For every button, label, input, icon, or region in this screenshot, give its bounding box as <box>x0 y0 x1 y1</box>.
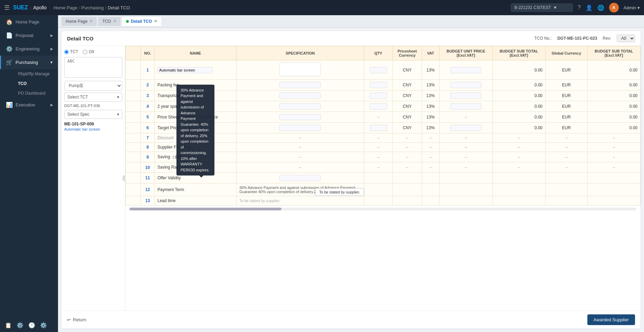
tab-detail-tco[interactable]: Detail TCO ✕ <box>122 17 161 26</box>
return-button[interactable]: ↩ Return <box>67 317 86 322</box>
qty-3[interactable] <box>370 93 387 99</box>
sidebar-footer: 📋 ⚙️ 🕐 ⚙️ <box>0 319 58 332</box>
qty-2[interactable] <box>370 82 387 88</box>
tab-tco-label: TCO <box>102 19 111 24</box>
sidebar-item-home[interactable]: 🏠 Home Page <box>0 15 58 29</box>
sidebar-footer-icon4[interactable]: ⚙️ <box>40 322 47 329</box>
notification-icon[interactable]: 👤 <box>586 4 593 11</box>
sidebar-subitem-tco[interactable]: TCO <box>15 79 58 88</box>
row-currency: CNY <box>393 101 422 112</box>
tab-tco[interactable]: TCO ✕ <box>98 17 120 26</box>
row-spec[interactable] <box>236 173 364 183</box>
row-unit-price[interactable] <box>439 80 492 91</box>
globe-icon[interactable]: 🌐 <box>597 4 604 11</box>
proposal-icon: 📄 <box>6 32 12 39</box>
spec-6[interactable] <box>279 125 321 131</box>
unit-price-1[interactable] <box>450 67 481 73</box>
h-scrollbar[interactable] <box>125 206 641 212</box>
row-unit-price[interactable] <box>439 101 492 112</box>
col-global-sub-total: BUDGET SUB TOTAL[Excl.VAT] <box>587 46 640 60</box>
rev-select[interactable]: A0 <box>617 35 635 42</box>
sidebar-item-proposal[interactable]: 📄 Proposal ▶ <box>0 29 58 42</box>
row-global-currency: EUR <box>546 123 588 133</box>
breadcrumb-home[interactable]: Home Page <box>54 5 77 10</box>
breadcrumb-purchasing[interactable]: Purchasing <box>81 5 104 10</box>
sidebar-execution-label: Execution <box>16 102 35 107</box>
unit-price-4[interactable] <box>450 103 481 110</box>
tab-detail-tco-label: Detail TCO <box>131 19 152 24</box>
row-unit-price[interactable] <box>439 60 492 80</box>
row-sub-total-dash: – <box>492 133 545 143</box>
unit-price-2[interactable] <box>450 82 481 88</box>
select-spec-dropdown[interactable]: Select Spec ▾ <box>64 110 122 119</box>
row-name <box>155 60 237 80</box>
name-input-1[interactable] <box>157 67 213 73</box>
row-spec-payment[interactable]: 30% Advance Payment and against submissi… <box>236 183 364 196</box>
row-qty[interactable] <box>364 91 393 101</box>
tab-detail-tco-close[interactable]: ✕ <box>154 19 157 23</box>
row-qty[interactable] <box>364 80 393 91</box>
spec-4[interactable] <box>279 103 321 110</box>
row-qty[interactable] <box>364 101 393 112</box>
row-qty[interactable] <box>364 123 393 133</box>
row-spec[interactable] <box>236 80 364 91</box>
sidebar-footer-icon3[interactable]: 🕐 <box>28 322 35 329</box>
row-spec[interactable] <box>236 60 364 80</box>
hamburger-menu-icon[interactable]: ☰ <box>4 4 10 11</box>
sidebar-footer-icon1[interactable]: 📋 <box>5 322 12 329</box>
sidebar-proposal-label: Proposal <box>16 33 33 38</box>
radio-tct[interactable]: TCT <box>64 49 78 54</box>
row-spec-leadtime[interactable]: To be stated by supplier. <box>236 196 364 206</box>
spec-5[interactable] <box>279 114 321 120</box>
row-unit-price-dash: – <box>439 133 492 143</box>
right-panel[interactable]: NO. NAME SPECIFICATION QTY PricesheetCur… <box>125 46 641 311</box>
help-icon[interactable]: ? <box>578 4 581 11</box>
row-no: 6 <box>141 123 155 133</box>
row-unit-price[interactable] <box>439 123 492 133</box>
sidebar-item-purchasing[interactable]: 🛒 Purchasing ▼ <box>0 56 58 69</box>
row-spec[interactable] <box>236 123 364 133</box>
apollo-logo-text: Apollo <box>33 5 47 10</box>
offer-validity-container: Offer Validity 30% Advance Payment and a… <box>157 176 233 180</box>
qty-4[interactable] <box>370 103 387 110</box>
spec-11[interactable] <box>279 175 321 181</box>
row-spec[interactable] <box>236 112 364 123</box>
row-qty[interactable] <box>364 60 393 80</box>
radio-gfi-label: Gfi <box>89 49 94 54</box>
sidebar-item-engineering[interactable]: ⚙️ Engineering ▶ <box>0 42 58 56</box>
row-no: 3 <box>141 91 155 101</box>
spec-2[interactable] <box>279 82 321 88</box>
col-global-currency: Global Currency <box>546 46 588 60</box>
row-spec[interactable] <box>236 101 364 112</box>
search-box[interactable] <box>64 57 122 78</box>
sidebar-footer-icon2[interactable]: ⚙️ <box>17 322 23 329</box>
sidebar-subitem-rfq[interactable]: Rfq&Rfp Manage <box>15 69 58 79</box>
row-global-currency: EUR <box>546 91 588 101</box>
row-spec[interactable] <box>236 91 364 101</box>
tab-home-close[interactable]: ✕ <box>89 19 93 23</box>
qty-input-1[interactable] <box>370 67 387 73</box>
row-no: 8 <box>141 143 155 152</box>
spec-input-1[interactable] <box>279 63 321 76</box>
qty-6[interactable] <box>370 125 387 131</box>
tab-home[interactable]: Home Page ✕ <box>61 17 97 26</box>
pump-dropdown[interactable]: Pump泵 <box>64 81 122 91</box>
collapse-panel-arrow[interactable]: ‹ <box>122 175 125 182</box>
radio-gfi[interactable]: Gfi <box>83 49 94 54</box>
row-vat-dash: – <box>422 133 440 143</box>
project-selector[interactable]: B-221231 CSITEST ▼ <box>511 3 573 12</box>
row-global-sub-total: 0.00 <box>587 91 640 101</box>
avatar[interactable]: A <box>609 3 619 12</box>
spec-3[interactable] <box>279 93 321 99</box>
row-unit-price[interactable] <box>439 91 492 101</box>
unit-price-3[interactable] <box>450 93 481 99</box>
awarded-supplier-button[interactable]: Awarded Supplier <box>587 314 635 325</box>
tab-tco-close[interactable]: ✕ <box>113 19 116 23</box>
admin-label[interactable]: Admin ▾ <box>624 5 640 10</box>
sidebar-item-execution[interactable]: 📊 Execution ▶ <box>0 98 58 112</box>
select-tct-dropdown[interactable]: Select TCT ▾ <box>64 93 122 102</box>
unit-price-6[interactable] <box>450 125 481 131</box>
tco-table: NO. NAME SPECIFICATION QTY PricesheetCur… <box>125 46 641 206</box>
sidebar-subitem-po-dashboard[interactable]: PO Dashboard <box>15 88 58 98</box>
row-vat: 13% <box>422 91 440 101</box>
